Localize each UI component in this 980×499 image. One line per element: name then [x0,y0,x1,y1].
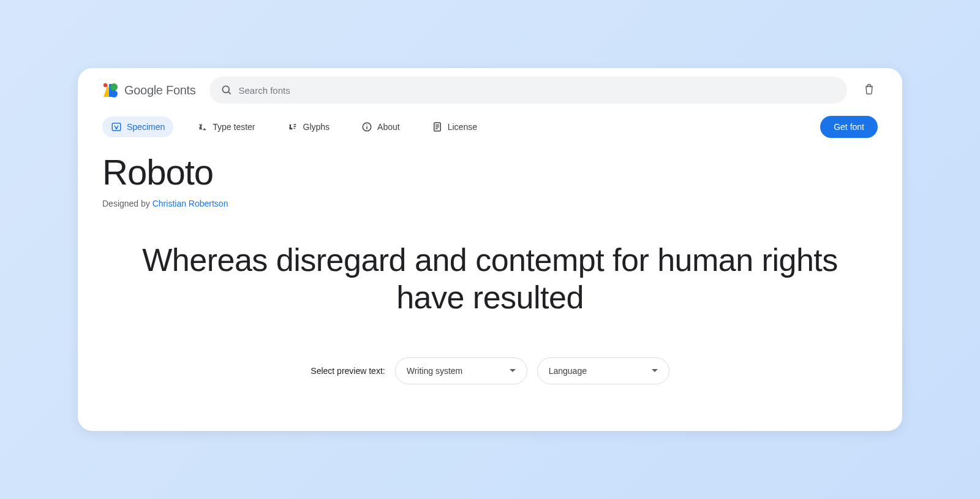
shopping-bag-icon [863,83,875,97]
preview-controls: Select preview text: Writing system Lang… [78,357,902,395]
header: Google Fonts [78,68,902,107]
svg-point-3 [110,90,118,97]
license-icon [432,121,443,132]
tab-about[interactable]: About [353,116,409,137]
svg-point-9 [366,124,368,126]
designer-line: Designed by Christian Robertson [102,199,878,208]
search-field[interactable] [209,77,848,104]
select-value: Language [549,366,587,376]
svg-point-4 [222,86,229,93]
language-select[interactable]: Language [537,357,669,384]
tab-type-tester[interactable]: Type tester [188,116,263,137]
search-input[interactable] [239,85,837,96]
tab-label: License [448,122,477,132]
tab-specimen[interactable]: Specimen [102,116,173,137]
tab-label: Glyphs [303,122,330,132]
tabs: Specimen Type tester Glyphs [78,107,902,145]
preview-block: Whereas disregard and contempt for human… [78,242,902,317]
tab-license[interactable]: License [423,116,486,137]
svg-line-5 [228,92,230,94]
preview-text[interactable]: Whereas disregard and contempt for human… [105,242,875,317]
chevron-down-icon [510,369,516,372]
title-block: Roboto Designed by Christian Robertson [78,145,902,208]
designer-link[interactable]: Christian Robertson [153,199,228,208]
brand-text: Google Fonts [124,83,196,97]
get-font-button[interactable]: Get font [820,116,878,138]
select-value: Writing system [407,366,463,376]
type-tester-icon [197,121,208,132]
svg-rect-6 [112,123,121,131]
preview-controls-label: Select preview text: [311,366,385,376]
brand-logo[interactable]: Google Fonts [102,82,196,98]
tab-label: About [377,122,400,132]
chevron-down-icon [652,369,658,372]
google-fonts-logo-icon [102,82,118,98]
writing-system-select[interactable]: Writing system [395,357,527,384]
designed-by-prefix: Designed by [102,199,153,208]
glyphs-icon [287,121,298,132]
info-icon [361,121,372,132]
font-title: Roboto [102,154,878,191]
svg-point-2 [110,83,118,91]
tab-label: Specimen [127,122,165,132]
app-card: Google Fonts [78,68,902,431]
specimen-icon [111,121,122,132]
tab-glyphs[interactable]: Glyphs [279,116,339,137]
shopping-bag-button[interactable] [861,82,878,99]
search-icon [221,84,233,96]
tab-label: Type tester [213,122,255,132]
svg-point-0 [104,83,107,87]
